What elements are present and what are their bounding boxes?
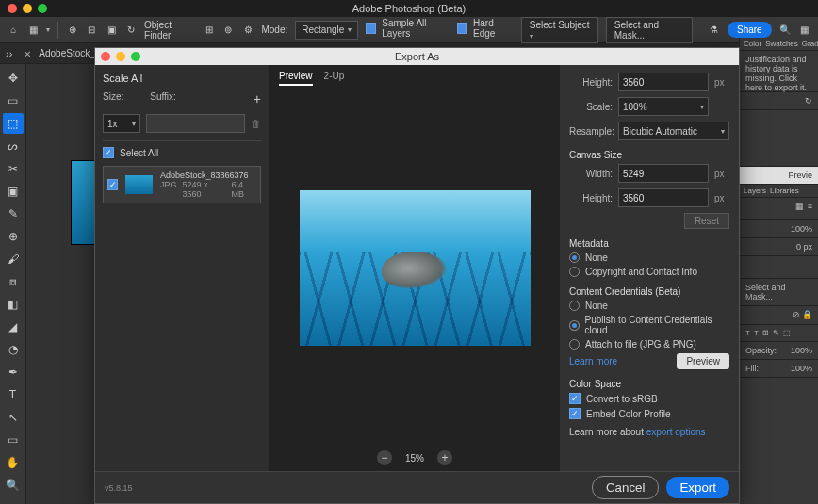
preview-btn-panel[interactable]: Previe [740, 167, 818, 185]
asset-checkbox[interactable]: ✓ [107, 179, 118, 190]
asset-dims: 5249 x 3560 [182, 180, 225, 199]
home-icon[interactable]: ⌂ [8, 24, 20, 37]
layers-icon[interactable]: ▣ [106, 24, 118, 37]
workspace-icon[interactable]: ▦ [798, 24, 810, 37]
grid-icon[interactable]: ▦ [795, 202, 804, 216]
target-icon[interactable]: ⊚ [222, 24, 235, 37]
dodge-tool-icon[interactable]: ◔ [3, 339, 24, 360]
preview-area[interactable] [270, 91, 560, 445]
export-button[interactable]: Export [666, 477, 729, 498]
object-finder-label[interactable]: Object Finder [144, 20, 195, 41]
eraser-tool-icon[interactable]: ◧ [3, 294, 24, 315]
tab-2up[interactable]: 2-Up [324, 71, 345, 86]
chevron-down-icon: ▾ [530, 32, 533, 41]
chevron-down-icon[interactable]: ▾ [46, 25, 50, 34]
divider [57, 22, 58, 39]
scale-select[interactable]: 100%▾ [618, 97, 709, 116]
stamp-tool-icon[interactable]: ⧈ [3, 271, 24, 292]
chevron-right-icon[interactable]: ›› [6, 48, 12, 59]
resample-select[interactable]: Bicubic Automatic▾ [618, 122, 729, 140]
options-icon[interactable]: ⊞ [203, 24, 215, 37]
height-input[interactable]: 3560 [618, 73, 709, 91]
asset-row[interactable]: ✓ AdobeStock_83866376 JPG 5249 x 3560 6.… [103, 166, 261, 203]
zoom-value[interactable]: 100% [740, 220, 818, 238]
refresh-icon[interactable]: ↻ [124, 24, 137, 37]
panel-note: Justification and history data is missin… [740, 51, 818, 92]
cc-publish-radio[interactable]: Publish to Content Credentials cloud [569, 315, 729, 335]
subtract-icon[interactable]: ⊟ [86, 24, 98, 37]
path-tool-icon[interactable]: ↖ [3, 407, 24, 428]
panel-icons: ▦≡ [740, 198, 818, 220]
healing-tool-icon[interactable]: ⊕ [3, 226, 24, 247]
learn-more-link[interactable]: Learn more [569, 356, 617, 366]
canvas-height-input[interactable]: 3560 [618, 188, 709, 207]
px-value[interactable]: 0 px [740, 238, 818, 256]
select-subject-button[interactable]: Select Subject ▾ [521, 17, 598, 43]
zoom-in-button[interactable]: + [437, 450, 452, 465]
frame-tool-icon[interactable]: ▣ [3, 181, 24, 202]
panel-tabs-color[interactable]: Color Swatches Gradients Patterns [740, 38, 818, 51]
cc-preview-button[interactable]: Preview [677, 353, 729, 369]
add-icon[interactable]: ⊕ [66, 24, 78, 37]
close-tab-icon[interactable]: ✕ [24, 49, 33, 58]
metadata-none-radio[interactable]: None [569, 252, 729, 263]
mode-value: Rectangle [302, 24, 344, 35]
type-tool-icon[interactable]: T [3, 384, 24, 405]
scale-label: Scale: [569, 102, 613, 112]
cc-none-radio[interactable]: None [569, 301, 729, 311]
marquee-tool-icon[interactable]: ▭ [3, 90, 24, 111]
add-size-button[interactable]: + [254, 91, 261, 106]
more-tools-icon[interactable]: ⋯ [3, 497, 24, 504]
cancel-button[interactable]: Cancel [592, 476, 660, 499]
select-all-checkbox[interactable]: ✓ [103, 147, 114, 158]
suffix-input[interactable] [146, 114, 245, 133]
sample-all-layers-checkbox[interactable]: Sample All Layers [366, 18, 450, 39]
asset-name: AdobeStock_83866376 [160, 171, 256, 180]
beaker-icon[interactable]: ⚗ [708, 24, 720, 37]
panel-tabs-layers[interactable]: Layers Libraries [740, 185, 818, 198]
menu-icon[interactable]: ≡ [808, 202, 812, 216]
zoom-out-button[interactable]: − [377, 450, 392, 465]
convert-srgb-checkbox[interactable]: ✓Convert to sRGB [569, 393, 729, 404]
link-icon[interactable]: ⊘ [793, 310, 800, 320]
checkbox-icon [366, 23, 376, 34]
eyedropper-tool-icon[interactable]: ✎ [3, 203, 24, 224]
reset-button[interactable]: Reset [684, 213, 729, 229]
zoom-tool-icon[interactable]: 🔍 [3, 475, 24, 496]
mode-label: Mode: [261, 24, 287, 35]
gradient-tool-icon[interactable]: ◢ [3, 317, 24, 337]
select-and-mask-button[interactable]: Select and Mask... [606, 17, 694, 43]
dialog-left-panel: Scale All Size: Suffix: + 1x▾ 🗑 ✓ Select… [95, 65, 270, 471]
scale-select[interactable]: 1x▾ [103, 114, 140, 133]
tab-preview[interactable]: Preview [279, 71, 313, 86]
shape-tool-icon[interactable]: ▭ [3, 430, 24, 450]
crop-tool-icon[interactable]: ✂ [3, 158, 24, 179]
fill-row[interactable]: Fill:100% [740, 360, 818, 378]
delete-size-icon[interactable]: 🗑 [251, 118, 261, 129]
brush-tool-icon[interactable]: 🖌 [3, 249, 24, 269]
app-titlebar: Adobe Photoshop (Beta) [0, 0, 818, 17]
opacity-row[interactable]: Opacity:100% [740, 342, 818, 360]
tool-preset-icon[interactable]: ▦ [27, 24, 40, 37]
hard-edge-checkbox[interactable]: Hard Edge [457, 18, 514, 39]
metadata-copyright-radio[interactable]: Copyright and Contact Info [569, 267, 729, 277]
gear-icon[interactable]: ⚙ [242, 24, 254, 37]
lasso-tool-icon[interactable]: ᔕ [3, 136, 24, 156]
mode-select[interactable]: Rectangle▾ [295, 21, 358, 40]
lock-icon[interactable]: 🔒 [802, 310, 812, 320]
chevron-down-icon: ▾ [348, 25, 352, 34]
embed-profile-checkbox[interactable]: ✓Embed Color Profile [569, 408, 729, 419]
export-options-link[interactable]: export options [646, 427, 706, 437]
move-tool-icon[interactable]: ✥ [3, 68, 24, 89]
search-icon[interactable]: 🔍 [779, 24, 792, 37]
cc-attach-radio[interactable]: Attach to file (JPG & PNG) [569, 339, 729, 350]
reload-icon[interactable]: ↻ [805, 96, 812, 106]
hand-tool-icon[interactable]: ✋ [3, 452, 24, 473]
select-mask-panel[interactable]: Select and Mask... [740, 279, 818, 306]
height-label: Height: [569, 77, 613, 88]
zoom-level[interactable]: 15% [405, 453, 424, 463]
share-button[interactable]: Share [728, 22, 772, 38]
canvas-width-input[interactable]: 5249 [618, 164, 709, 183]
object-select-tool-icon[interactable]: ⬚ [3, 113, 24, 134]
pen-tool-icon[interactable]: ✒ [3, 362, 24, 382]
